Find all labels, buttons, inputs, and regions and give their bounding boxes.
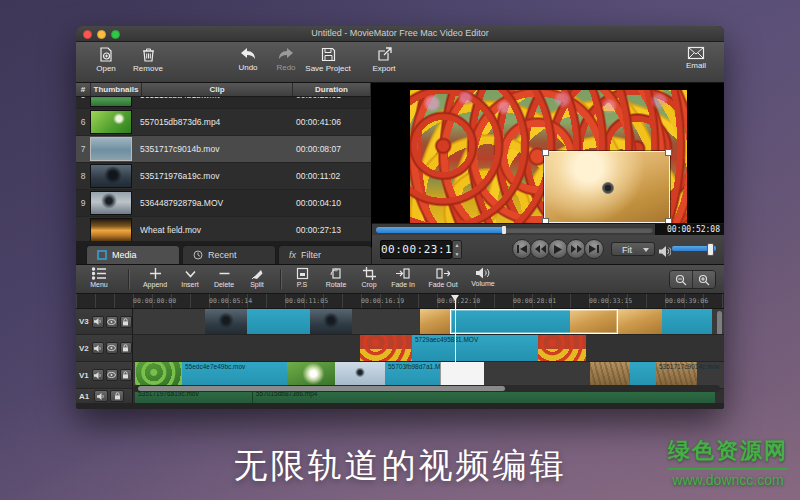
ruler-label: 00:00:28:01 (513, 297, 556, 305)
visibility-toggle[interactable] (106, 316, 118, 328)
lock-toggle[interactable] (110, 390, 124, 402)
pip-center-handle[interactable] (602, 182, 614, 194)
crop-button[interactable]: Crop (356, 267, 382, 288)
skip-start-button[interactable] (512, 239, 532, 259)
clip-duration: 00:00:41:06 (284, 117, 371, 127)
fade-out-button[interactable]: Fade Out (424, 267, 462, 288)
fx-icon: fx (289, 250, 296, 260)
volume-handle[interactable] (707, 243, 714, 256)
timeline-clip-thumb[interactable] (205, 309, 247, 334)
open-icon (98, 46, 115, 63)
seek-bar[interactable] (376, 227, 653, 233)
clip-row-7-selected[interactable]: 7 5351717c9014b.mov 00:00:08:07 (76, 136, 371, 163)
track-label: V1 (79, 371, 90, 380)
desktop-background: Untitled - MovieMator Free Mac Video Edi… (0, 0, 800, 500)
clip-row-6[interactable]: 6 557015db873d6.mp4 00:00:41:06 (76, 109, 371, 136)
volume-tool-button[interactable]: Volume (466, 267, 500, 287)
pip-overlay[interactable] (544, 151, 670, 223)
transport-controls: 00:00:23:12 ▲▼ (372, 235, 724, 264)
zoom-in-button[interactable] (692, 271, 715, 288)
clip-list: 5 56521ceba4b1b.wmv 00:00:29:01 6 557015… (76, 97, 371, 241)
visibility-toggle[interactable] (106, 342, 118, 354)
clip-row-10[interactable]: Wheat field.mov 00:00:27:13 (76, 217, 371, 241)
open-button[interactable]: Open (84, 46, 128, 73)
mute-toggle[interactable] (92, 342, 104, 354)
pip-handle-top-right[interactable] (665, 149, 672, 156)
ps-button[interactable]: P.S (290, 267, 314, 288)
save-project-button[interactable]: Save Project (300, 46, 356, 73)
insert-button[interactable]: Insert (176, 267, 204, 288)
timeline-clip[interactable]: 5729aec495881.MOV (412, 335, 538, 361)
timeline-ruler[interactable]: 00:00:00:00 00:00:05:14 00:00:11:05 00:0… (76, 294, 724, 309)
playhead-grip[interactable] (451, 295, 459, 301)
email-button[interactable]: Email (674, 46, 718, 70)
main-toolbar: Open Remove Undo Redo Save Project Expor… (76, 42, 724, 83)
timeline-menu-button[interactable]: Menu (84, 267, 114, 288)
lock-toggle[interactable] (120, 342, 132, 354)
clip-list-header: # Thumbnails Clip Duration (76, 83, 371, 97)
column-number[interactable]: # (76, 83, 91, 96)
fade-in-button[interactable]: Fade In (386, 267, 420, 288)
timeline-clip-thumb[interactable] (420, 309, 450, 334)
clip-number: 6 (76, 117, 90, 127)
vertical-scrollbar[interactable] (717, 311, 722, 334)
lock-toggle[interactable] (120, 316, 132, 328)
play-button[interactable] (548, 239, 568, 259)
playhead[interactable] (455, 295, 456, 385)
column-duration[interactable]: Duration (293, 83, 371, 96)
clip-number: 8 (76, 171, 90, 181)
clip-label: 5729aec495881.MOV (415, 336, 478, 343)
mute-toggle[interactable] (92, 316, 104, 328)
export-button[interactable]: Export (362, 46, 406, 73)
zoom-fit-dropdown[interactable]: Fit (611, 242, 655, 256)
mute-toggle[interactable] (94, 390, 108, 402)
delete-button[interactable]: Delete (208, 267, 240, 288)
timeline-clip[interactable] (247, 309, 310, 334)
ruler-label: 00:00:16:19 (361, 297, 404, 305)
zoom-in-icon (698, 274, 710, 286)
split-button[interactable]: Split (244, 267, 270, 288)
video-viewport (410, 90, 687, 223)
horizontal-scroll-thumb[interactable] (138, 386, 505, 391)
chevron-down-icon (643, 248, 649, 252)
clip-row-5[interactable]: 5 56521ceba4b1b.wmv 00:00:29:01 (76, 97, 371, 109)
chevron-down-icon (184, 267, 197, 280)
column-thumbnails[interactable]: Thumbnails (91, 83, 142, 96)
rewind-button[interactable] (530, 239, 550, 259)
timeline-clip-thumb[interactable] (618, 309, 662, 334)
seek-handle[interactable] (502, 226, 506, 234)
timeline-clip-thumb[interactable] (360, 335, 412, 361)
mute-toggle[interactable] (92, 369, 104, 381)
clip-thumbnail (90, 97, 132, 107)
zoom-out-button[interactable] (670, 271, 692, 288)
clip-thumbnail (90, 137, 132, 161)
timeline-clip[interactable] (662, 309, 712, 334)
tab-filter[interactable]: fx Filter (278, 245, 372, 264)
clip-duration: 00:00:27:13 (284, 225, 371, 235)
lock-toggle[interactable] (120, 369, 132, 381)
timeline-clip-thumb[interactable] (310, 309, 352, 334)
speaker-icon[interactable] (659, 243, 671, 261)
timecode-stepper[interactable]: ▲▼ (452, 240, 462, 259)
rotate-button[interactable]: Rotate (320, 267, 352, 288)
skip-end-button[interactable] (584, 239, 604, 259)
timeline-clip-thumb[interactable] (538, 335, 586, 361)
selected-clip-outline[interactable] (450, 309, 618, 334)
clip-name: 56521ceba4b1b.wmv (140, 97, 284, 100)
remove-button[interactable]: Remove (126, 46, 170, 73)
fast-forward-button[interactable] (566, 239, 586, 259)
visibility-toggle[interactable] (106, 369, 118, 381)
fade-out-icon (436, 267, 450, 280)
clip-row-9[interactable]: 9 536448792879a.MOV 00:00:04:10 (76, 190, 371, 217)
clip-duration: 00:00:29:01 (284, 97, 371, 100)
tab-media[interactable]: Media (86, 245, 180, 264)
horizontal-scrollbar[interactable] (133, 385, 720, 392)
column-clip[interactable]: Clip (142, 83, 293, 96)
media-icon (97, 250, 107, 260)
clip-row-8[interactable]: 8 535171976a19c.mov 00:00:11:02 (76, 163, 371, 190)
pip-handle-top-left[interactable] (542, 149, 549, 156)
volume-slider[interactable] (672, 246, 716, 251)
append-button[interactable]: Append (138, 267, 172, 288)
tab-recent[interactable]: Recent (182, 245, 276, 264)
clip-duration: 00:00:11:02 (284, 171, 371, 181)
